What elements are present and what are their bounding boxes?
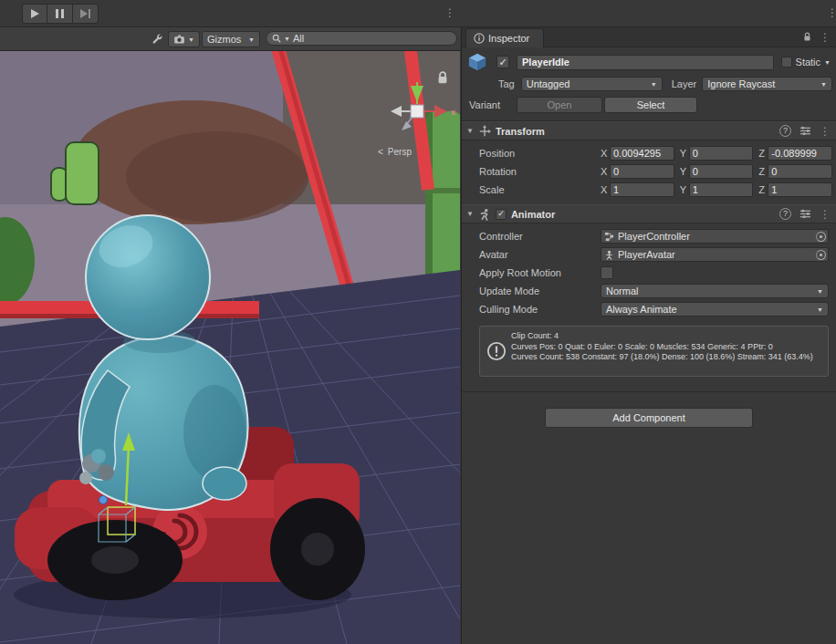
gameobject-name-field[interactable]: PlayerIdle xyxy=(517,55,774,70)
scene-view-toolbar: ▼ Gizmos ▼ ▼ All xyxy=(0,27,460,51)
scale-y-field[interactable]: 1 xyxy=(689,182,754,197)
animator-info-box: Clip Count: 4 Curves Pos: 0 Quat: 0 Eule… xyxy=(479,326,829,377)
presets-icon[interactable] xyxy=(799,126,811,136)
search-icon xyxy=(272,34,281,43)
layer-dropdown[interactable]: Ignore Raycast ▼ xyxy=(702,77,832,91)
info-line-3: Curves Count: 538 Constant: 97 (18.0%) D… xyxy=(511,352,820,363)
controller-label: Controller xyxy=(462,231,601,242)
scene-panel-menu-icon[interactable]: ⋮ xyxy=(444,7,455,18)
inspector-panel-menu-icon[interactable]: ⋮ xyxy=(827,7,836,18)
tab-inspector[interactable]: Inspector xyxy=(465,28,544,47)
animator-icon xyxy=(478,208,491,221)
apply-root-motion-label: Apply Root Motion xyxy=(462,267,601,278)
controller-object-field[interactable]: PlayerController xyxy=(601,229,829,244)
axis-x-label: X xyxy=(601,166,610,177)
prefab-select-button[interactable]: Select xyxy=(604,97,697,113)
position-z-field[interactable]: -0.089999 xyxy=(768,146,832,161)
play-button[interactable] xyxy=(22,4,47,24)
camera-icon xyxy=(173,34,185,45)
rotation-z-field[interactable]: 0 xyxy=(768,164,832,179)
apply-root-motion-checkbox[interactable] xyxy=(601,266,613,279)
prefab-open-button[interactable]: Open xyxy=(517,97,602,113)
axis-x-label: X xyxy=(601,184,610,195)
lock-icon xyxy=(435,70,450,86)
scene-3d-render: x xyxy=(0,51,460,644)
presets-icon[interactable] xyxy=(799,209,811,219)
search-filter-chevron-icon: ▼ xyxy=(284,36,290,42)
culling-mode-dropdown[interactable]: Always Animate ▼ xyxy=(601,302,829,317)
scene-viewport[interactable]: x < Persp xyxy=(0,51,460,644)
chevron-down-icon: ▼ xyxy=(817,288,823,295)
update-mode-dropdown[interactable]: Normal ▼ xyxy=(601,284,829,298)
perspective-toggle[interactable]: < Persp xyxy=(378,147,412,157)
step-button[interactable] xyxy=(73,4,99,24)
animator-controller-icon xyxy=(604,232,614,242)
info-icon xyxy=(474,33,485,44)
gizmos-dropdown[interactable]: Gizmos ▼ xyxy=(202,31,260,47)
persp-label-text: Persp xyxy=(388,147,412,157)
axis-z-label: Z xyxy=(758,184,768,195)
gameobject-header: ✓ PlayerIdle Static ▼ Tag Untagged ▼ Lay… xyxy=(462,47,836,121)
rotation-x-field[interactable]: 0 xyxy=(610,164,674,179)
object-picker-icon[interactable] xyxy=(816,250,826,260)
animator-enabled-checkbox[interactable]: ✓ xyxy=(496,209,507,220)
step-icon xyxy=(80,9,90,18)
foldout-icon[interactable]: ▼ xyxy=(466,128,474,135)
inspector-lock-icon[interactable] xyxy=(802,31,812,43)
chevron-down-icon: ▼ xyxy=(820,81,827,88)
help-icon[interactable]: ? xyxy=(779,125,791,137)
static-checkbox[interactable] xyxy=(781,57,792,68)
transform-icon xyxy=(478,125,491,138)
add-component-button[interactable]: Add Component xyxy=(545,408,753,428)
scene-tools-button[interactable] xyxy=(148,31,166,47)
scene-search-input[interactable]: ▼ All xyxy=(266,31,457,46)
gizmo-x-label: x xyxy=(451,108,455,117)
tag-value: Untagged xyxy=(527,78,651,89)
active-checkbox[interactable]: ✓ xyxy=(496,56,509,68)
inspector-menu-icon[interactable]: ⋮ xyxy=(820,32,831,43)
position-y-field[interactable]: 0 xyxy=(689,146,754,161)
apply-root-motion-row: Apply Root Motion xyxy=(462,264,832,282)
wrench-icon xyxy=(151,33,163,46)
info-line-1: Clip Count: 4 xyxy=(511,331,820,342)
animator-component: ▼ ✓ Animator ? ⋮ xyxy=(462,204,836,392)
play-icon xyxy=(31,9,39,18)
update-mode-label: Update Mode xyxy=(462,286,601,296)
prefab-cube-icon[interactable] xyxy=(467,52,487,72)
main-toolbar: ⋮ ⋮ xyxy=(0,0,836,27)
help-icon[interactable]: ? xyxy=(779,208,791,220)
culling-mode-value: Always Animate xyxy=(606,304,817,315)
axis-x-label: X xyxy=(601,148,610,159)
foldout-icon[interactable]: ▼ xyxy=(466,211,474,218)
move-gizmo-center[interactable] xyxy=(99,496,108,504)
position-x-field[interactable]: 0.0094295 xyxy=(610,146,674,161)
axis-y-label: Y xyxy=(680,166,689,177)
axis-y-label: Y xyxy=(680,184,689,195)
rotation-y-field[interactable]: 0 xyxy=(689,164,754,179)
tag-dropdown[interactable]: Untagged ▼ xyxy=(521,77,663,91)
component-menu-icon[interactable]: ⋮ xyxy=(820,209,831,220)
component-menu-icon[interactable]: ⋮ xyxy=(820,126,831,137)
axis-y-label: Y xyxy=(680,148,689,159)
tag-label: Tag xyxy=(498,78,515,89)
scale-z-field[interactable]: 1 xyxy=(768,182,832,197)
viewport-lock[interactable] xyxy=(435,70,450,88)
scene-camera-button[interactable]: ▼ xyxy=(168,31,200,47)
avatar-person-icon xyxy=(604,250,614,260)
object-picker-icon[interactable] xyxy=(816,232,826,242)
hill xyxy=(73,100,310,224)
avatar-object-field[interactable]: PlayerAvatar xyxy=(601,247,829,262)
axis-z-label: Z xyxy=(758,148,768,159)
scale-x-field[interactable]: 1 xyxy=(610,182,674,197)
layer-value: Ignore Raycast xyxy=(707,78,820,89)
avatar-value: PlayerAvatar xyxy=(618,249,812,260)
pause-icon xyxy=(56,9,64,18)
transform-title: Transform xyxy=(496,126,545,137)
orientation-gizmo-center[interactable] xyxy=(411,105,423,118)
chevron-down-icon: ▼ xyxy=(817,306,823,313)
chevron-down-icon: ▼ xyxy=(651,81,657,88)
pause-button[interactable] xyxy=(47,4,73,24)
static-dropdown[interactable]: Static ▼ xyxy=(781,57,832,68)
info-line-2: Curves Pos: 0 Quat: 0 Euler: 0 Scale: 0 … xyxy=(511,342,820,353)
green-column xyxy=(425,111,460,286)
